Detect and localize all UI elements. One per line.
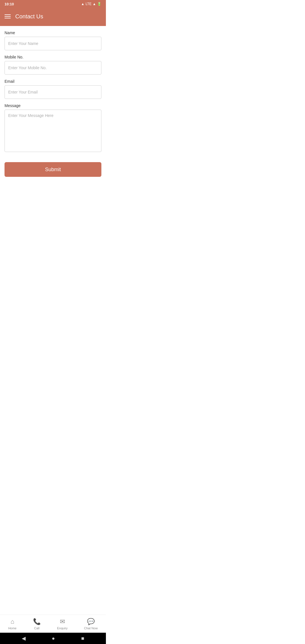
bottom-navigation: ⌂ Home 📞 Call ✉ Enquiry 💬 Chat Now <box>0 615 106 633</box>
nav-item-call[interactable]: 📞 Call <box>33 618 41 630</box>
message-label: Message <box>5 103 101 108</box>
wifi-icon: ▲ <box>81 2 84 6</box>
call-label: Call <box>34 626 40 630</box>
enquiry-icon: ✉ <box>60 618 65 625</box>
contact-form: Name Mobile No. Email Message Submit <box>0 26 106 182</box>
email-input[interactable] <box>5 85 101 99</box>
status-time: 10:10 <box>5 2 14 6</box>
name-field-group: Name <box>5 31 101 50</box>
status-icons: ▲ LTE ▲ 🔋 <box>81 2 101 6</box>
name-input[interactable] <box>5 37 101 50</box>
chat-icon: 💬 <box>87 618 95 625</box>
message-field-group: Message <box>5 103 101 153</box>
email-label: Email <box>5 79 101 84</box>
nav-item-chat[interactable]: 💬 Chat Now <box>84 618 98 630</box>
recent-button[interactable]: ■ <box>81 636 84 641</box>
home-button[interactable]: ● <box>52 636 55 641</box>
email-field-group: Email <box>5 79 101 99</box>
menu-button[interactable] <box>5 14 11 18</box>
app-header: Contact Us <box>0 8 106 25</box>
home-label: Home <box>8 626 16 630</box>
signal-icon: ▲ <box>93 2 96 6</box>
submit-button[interactable]: Submit <box>5 162 101 177</box>
message-textarea[interactable] <box>5 110 101 152</box>
enquiry-label: Enquiry <box>57 626 67 630</box>
call-icon: 📞 <box>33 618 41 625</box>
mobile-label: Mobile No. <box>5 55 101 59</box>
page-title: Contact Us <box>15 13 43 20</box>
mobile-field-group: Mobile No. <box>5 55 101 75</box>
chat-label: Chat Now <box>84 626 98 630</box>
nav-item-enquiry[interactable]: ✉ Enquiry <box>57 618 67 630</box>
nav-item-home[interactable]: ⌂ Home <box>8 618 16 630</box>
back-button[interactable]: ◀ <box>22 635 26 641</box>
status-bar: 10:10 ▲ LTE ▲ 🔋 <box>0 0 106 8</box>
name-label: Name <box>5 31 101 35</box>
battery-icon: 🔋 <box>97 2 101 6</box>
system-navigation: ◀ ● ■ <box>0 633 106 644</box>
lte-icon: LTE <box>86 2 91 6</box>
home-icon: ⌂ <box>10 618 14 625</box>
mobile-input[interactable] <box>5 61 101 75</box>
